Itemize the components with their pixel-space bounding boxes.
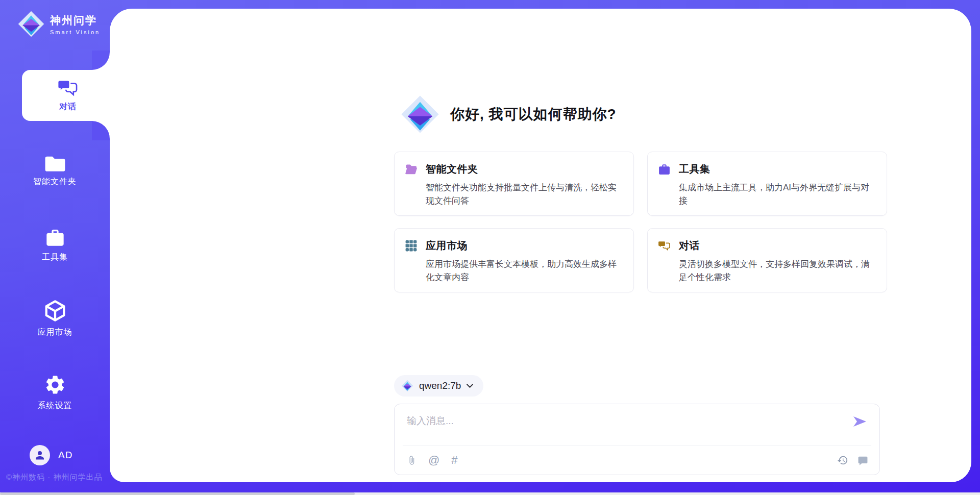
at-icon: @ bbox=[428, 454, 439, 466]
sidebar-footer: ©神州数码 · 神州问学出品 bbox=[6, 473, 108, 482]
card-chat[interactable]: 对话 灵活切换多模型文件，支持多样回复效果调试，满足个性化需求 bbox=[647, 228, 887, 292]
toolbox-icon bbox=[658, 163, 671, 176]
card-app-market[interactable]: 应用市场 应用市场提供丰富长文本模板，助力高效生成多样化文章内容 bbox=[394, 228, 634, 292]
main-content: 你好, 我可以如何帮助你? 智能文件夹 智能文件夹功能支持批量文件上传与清洗，轻… bbox=[394, 94, 887, 475]
card-smart-folder[interactable]: 智能文件夹 智能文件夹功能支持批量文件上传与清洗，轻松实现文件问答 bbox=[394, 152, 634, 216]
new-chat-button[interactable] bbox=[857, 455, 868, 466]
sidebar-item-settings[interactable]: 系统设置 bbox=[0, 367, 110, 418]
paperclip-icon bbox=[407, 454, 416, 466]
card-title: 对话 bbox=[679, 239, 700, 253]
history-button[interactable] bbox=[837, 455, 848, 466]
attach-file-button[interactable] bbox=[407, 454, 416, 466]
user-initials: AD bbox=[58, 450, 72, 461]
toolbox-icon bbox=[44, 227, 66, 247]
card-title: 应用市场 bbox=[426, 239, 468, 253]
gear-icon bbox=[44, 374, 66, 396]
sidebar-item-label: 工具集 bbox=[42, 252, 68, 263]
horizontal-scrollbar-track bbox=[0, 492, 980, 495]
brand-diamond-icon bbox=[400, 94, 440, 134]
composer-divider bbox=[403, 445, 871, 445]
horizontal-scrollbar-thumb[interactable] bbox=[0, 492, 355, 495]
greeting: 你好, 我可以如何帮助你? bbox=[400, 94, 887, 134]
card-title: 工具集 bbox=[679, 162, 710, 176]
hash-icon: # bbox=[451, 454, 457, 466]
user-profile[interactable]: AD bbox=[30, 445, 72, 465]
sidebar-item-app-market[interactable]: 应用市场 bbox=[0, 293, 110, 344]
sidebar-item-smart-folder[interactable]: 智能文件夹 bbox=[0, 145, 110, 196]
composer: @ # bbox=[394, 404, 880, 475]
apps-grid-icon bbox=[405, 239, 418, 252]
chat-bubbles-icon bbox=[57, 79, 79, 97]
brand-name: 神州问学 bbox=[50, 13, 100, 28]
greeting-title: 你好, 我可以如何帮助你? bbox=[450, 105, 617, 124]
card-description: 灵活切换多模型文件，支持多样回复效果调试，满足个性化需求 bbox=[679, 258, 875, 285]
model-name: qwen2:7b bbox=[419, 380, 461, 391]
history-icon bbox=[837, 455, 848, 466]
card-title: 智能文件夹 bbox=[426, 162, 478, 176]
card-description: 智能文件夹功能支持批量文件上传与清洗，轻松实现文件问答 bbox=[426, 181, 622, 208]
sidebar-item-label: 智能文件夹 bbox=[33, 177, 77, 187]
card-description: 集成市场上主流工具，助力AI与外界无缝扩展与对接 bbox=[679, 181, 875, 208]
sidebar-item-label: 系统设置 bbox=[38, 401, 72, 411]
tab-curve-bottom bbox=[92, 121, 110, 140]
sidebar-item-chat[interactable]: 对话 bbox=[22, 70, 114, 121]
feature-cards: 智能文件夹 智能文件夹功能支持批量文件上传与清洗，轻松实现文件问答 工具集 集成… bbox=[394, 152, 887, 292]
at-mention-button[interactable]: @ bbox=[428, 455, 439, 466]
send-icon bbox=[852, 415, 867, 428]
card-description: 应用市场提供丰富长文本模板，助力高效生成多样化文章内容 bbox=[426, 258, 622, 285]
cube-icon bbox=[43, 299, 67, 323]
avatar bbox=[30, 445, 50, 465]
folder-icon bbox=[44, 155, 66, 172]
folder-open-icon bbox=[405, 163, 418, 176]
chat-square-icon bbox=[857, 455, 868, 466]
sidebar-item-toolbox[interactable]: 工具集 bbox=[0, 219, 110, 270]
hash-topic-button[interactable]: # bbox=[451, 455, 457, 466]
person-icon bbox=[34, 449, 46, 461]
brand-diamond-icon bbox=[17, 10, 45, 38]
brand-logo[interactable]: 神州问学 Smart Vision bbox=[17, 10, 100, 38]
brand-diamond-icon bbox=[401, 380, 413, 392]
sidebar: 神州问学 Smart Vision 对话 智能文件夹 工具集 应用市场 bbox=[0, 0, 110, 495]
sidebar-item-label: 应用市场 bbox=[38, 327, 72, 338]
main-panel: 你好, 我可以如何帮助你? 智能文件夹 智能文件夹功能支持批量文件上传与清洗，轻… bbox=[110, 9, 971, 482]
chat-bubbles-icon bbox=[658, 239, 671, 252]
chevron-down-icon bbox=[467, 384, 473, 388]
brand-subtitle: Smart Vision bbox=[50, 29, 100, 35]
sidebar-item-label: 对话 bbox=[59, 102, 77, 112]
brand-text: 神州问学 Smart Vision bbox=[50, 13, 100, 35]
send-button[interactable] bbox=[852, 415, 867, 428]
tab-curve-top bbox=[92, 51, 110, 70]
model-selector[interactable]: qwen2:7b bbox=[394, 375, 483, 397]
message-input[interactable] bbox=[400, 408, 834, 442]
card-toolbox[interactable]: 工具集 集成市场上主流工具，助力AI与外界无缝扩展与对接 bbox=[647, 152, 887, 216]
composer-toolbar: @ # bbox=[407, 452, 868, 469]
